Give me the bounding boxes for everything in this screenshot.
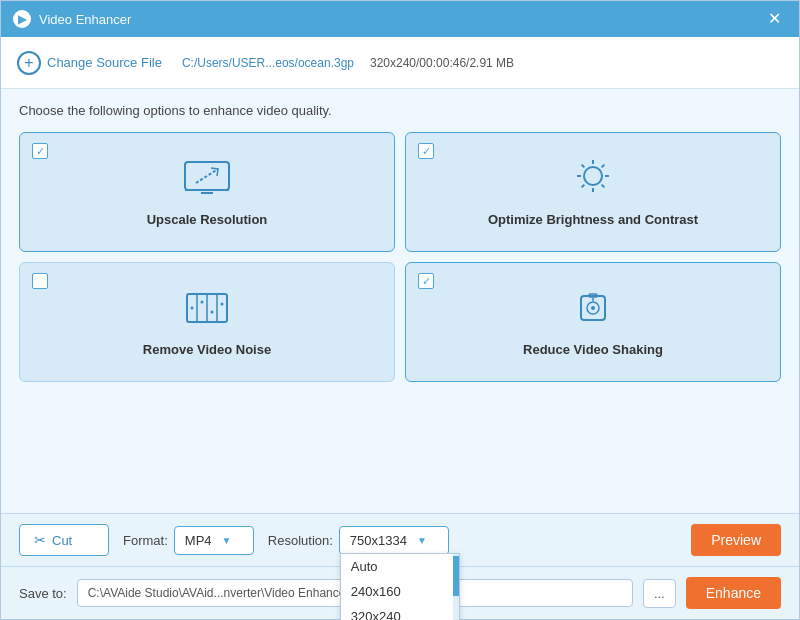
option-shake: Reduce Video Shaking [405,262,781,382]
format-group: Format: MP4 ▼ [123,526,254,555]
svg-point-19 [201,300,204,303]
scissors-icon: ✂ [34,532,46,548]
svg-rect-0 [185,162,229,190]
window-title: Video Enhancer [39,12,762,27]
dropdown-scrollbar[interactable] [453,554,459,621]
svg-line-12 [602,164,605,167]
svg-line-4 [196,169,218,183]
brightness-icon [567,156,619,204]
svg-line-13 [582,184,585,187]
shake-label: Reduce Video Shaking [523,342,663,357]
resolution-dropdown: Auto 240x160 320x240 480x320 640x360 640… [340,553,460,621]
dropdown-item-auto[interactable]: Auto [341,554,459,579]
options-grid: Upscale Resolution [19,132,781,382]
main-content: Choose the following options to enhance … [1,89,799,513]
svg-point-18 [191,306,194,309]
app-icon: ▶ [13,10,31,28]
resolution-label: Resolution: [268,533,333,548]
svg-line-10 [582,164,585,167]
resolution-arrow-icon: ▼ [417,535,427,546]
brightness-label: Optimize Brightness and Contrast [488,212,698,227]
dropdown-item-320[interactable]: 320x240 [341,604,459,621]
noise-label: Remove Video Noise [143,342,271,357]
format-select[interactable]: MP4 ▼ [174,526,254,555]
checkbox-brightness[interactable] [418,143,434,159]
title-bar: ▶ Video Enhancer ✕ [1,1,799,37]
svg-point-20 [211,310,214,313]
close-button[interactable]: ✕ [762,9,787,29]
checkbox-upscale[interactable] [32,143,48,159]
svg-point-21 [221,302,224,305]
resolution-group: Resolution: 750x1334 ▼ Auto 240x160 320x… [268,526,449,555]
video-enhancer-window: ▶ Video Enhancer ✕ + Change Source File … [0,0,800,620]
format-label: Format: [123,533,168,548]
browse-button[interactable]: ... [643,579,676,608]
change-source-button[interactable]: + Change Source File [17,51,162,75]
checkbox-noise[interactable] [32,273,48,289]
resolution-select[interactable]: 750x1334 ▼ Auto 240x160 320x240 480x320 … [339,526,449,555]
source-meta: 320x240/00:00:46/2.91 MB [370,56,514,70]
instruction-text: Choose the following options to enhance … [19,103,781,118]
svg-point-24 [591,306,595,310]
format-arrow-icon: ▼ [222,535,232,546]
svg-line-11 [602,184,605,187]
svg-point-5 [584,167,602,185]
preview-button[interactable]: Preview [691,524,781,556]
enhance-button[interactable]: Enhance [686,577,781,609]
option-brightness: Optimize Brightness and Contrast [405,132,781,252]
top-bar: + Change Source File C:/Users/USER...eos… [1,37,799,89]
upscale-icon [181,156,233,204]
source-file-info: C:/Users/USER...eos/ocean.3gp 320x240/00… [182,56,514,70]
change-source-label: Change Source File [47,55,162,70]
cut-button[interactable]: ✂ Cut [19,524,109,556]
upscale-label: Upscale Resolution [147,212,268,227]
save-path-text: C:\AVAide Studio\AVAid...nverter\Video E… [88,586,350,600]
option-noise: Remove Video Noise [19,262,395,382]
format-value: MP4 [185,533,212,548]
scrollbar-thumb [453,556,459,596]
resolution-value: 750x1334 [350,533,407,548]
dropdown-item-240[interactable]: 240x160 [341,579,459,604]
source-path: C:/Users/USER...eos/ocean.3gp [182,56,354,70]
save-to-label: Save to: [19,586,67,601]
noise-icon [181,286,233,334]
bottom-toolbar: ✂ Cut Format: MP4 ▼ Resolution: 750x1334… [1,513,799,566]
add-icon: + [17,51,41,75]
checkbox-shake[interactable] [418,273,434,289]
cut-label: Cut [52,533,72,548]
option-upscale: Upscale Resolution [19,132,395,252]
shake-icon [567,286,619,334]
